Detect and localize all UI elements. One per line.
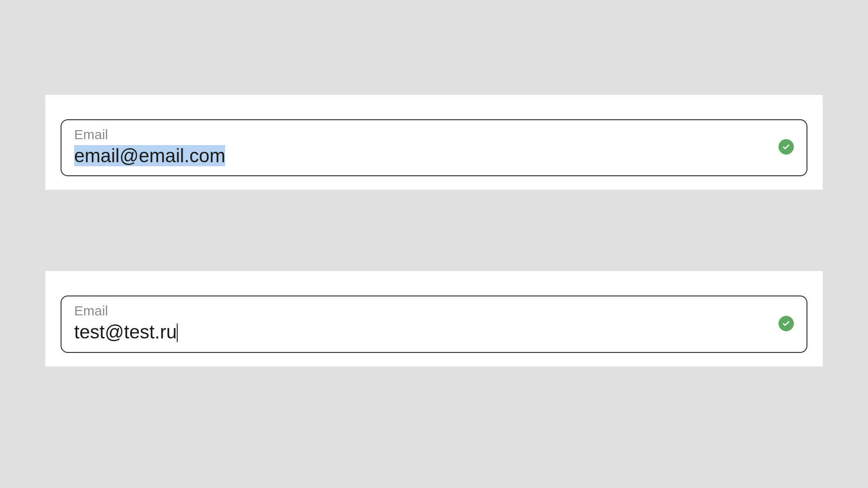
check-circle-icon [778, 316, 794, 331]
email-field-2-label: Email [74, 303, 769, 319]
email-field-2-value[interactable]: test@test.ru [74, 321, 769, 343]
email-field-2-main[interactable]: Email test@test.ru [74, 303, 769, 343]
text-caret [177, 324, 178, 342]
email-card-2: Email test@test.ru [45, 271, 823, 366]
check-circle-icon [778, 139, 794, 155]
email-field-1-value[interactable]: email@email.com [74, 145, 769, 167]
email-card-1: Email email@email.com [45, 95, 823, 190]
email-field-2-container[interactable]: Email test@test.ru [61, 296, 807, 352]
email-field-1-main[interactable]: Email email@email.com [74, 127, 769, 167]
email-field-1-label: Email [74, 127, 769, 143]
email-field-1-container[interactable]: Email email@email.com [61, 119, 807, 176]
